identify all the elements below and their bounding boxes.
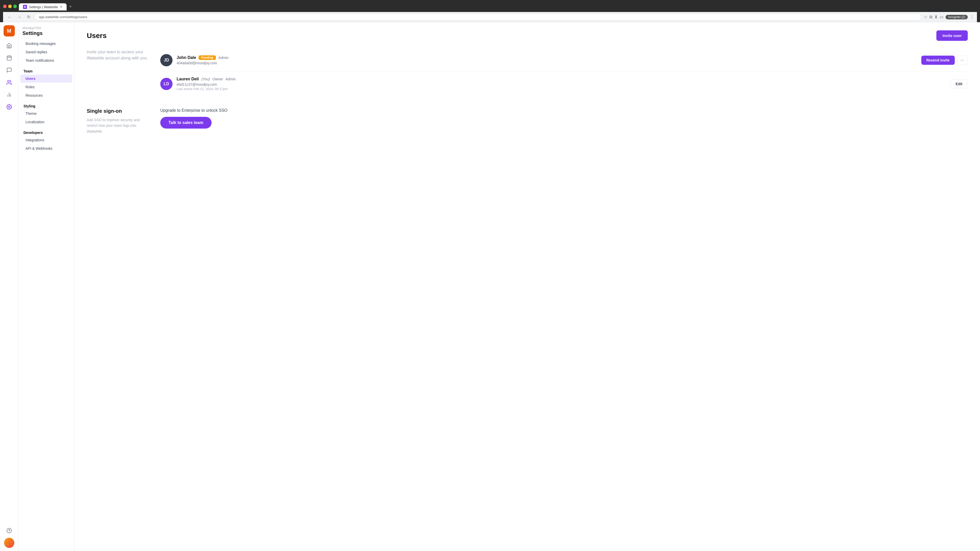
left-nav: M: [0, 22, 18, 551]
nav-chat-icon[interactable]: [4, 65, 14, 75]
new-tab-button[interactable]: +: [67, 3, 74, 11]
nav-people-icon[interactable]: [4, 77, 14, 87]
back-button[interactable]: ←: [6, 14, 13, 21]
sidebar-item-integrations[interactable]: Integrations: [21, 136, 72, 144]
more-options-button[interactable]: ···: [957, 56, 968, 65]
status-badge: Pending: [199, 56, 216, 60]
user-last-active: Last active Feb 12, 2024, 09:17pm: [177, 87, 946, 91]
address-bar[interactable]: app.waitwhile.com/settings/users: [35, 14, 921, 21]
sidebar-item-localization[interactable]: Localization: [21, 118, 72, 126]
user-name: Lauren Deli: [177, 77, 199, 81]
browser-top-bar: M Settings | Waitwhile ✕ +: [3, 2, 977, 11]
browser-chrome: M Settings | Waitwhile ✕ + ← → ↻ app.wai…: [0, 0, 980, 22]
user-info: John Dale Pending Admin 404a6a0d@moodjoy…: [177, 56, 917, 65]
sidebar-item-users[interactable]: Users: [21, 75, 72, 83]
user-actions: Edit: [950, 79, 968, 88]
sidebar-item-saved-replies[interactable]: Saved replies: [21, 48, 72, 56]
bookmark-icon[interactable]: ☆: [924, 14, 928, 19]
sso-upgrade-text: Upgrade to Enterprise to unlock SSO: [160, 108, 968, 113]
sidebar-team-section: Team: [18, 67, 74, 74]
user-role: Admin: [226, 77, 236, 81]
nav-chart-icon[interactable]: [4, 89, 14, 100]
nav-home-icon[interactable]: [4, 41, 14, 51]
app-logo[interactable]: M: [3, 25, 15, 37]
sso-section: Single sign-on Add SSO to improve securi…: [87, 108, 968, 134]
sidebar-item-booking-messages[interactable]: Booking messages: [21, 40, 72, 48]
sidebar-settings-title: Settings: [22, 30, 70, 36]
avatar: LD: [160, 78, 172, 90]
sso-left: Single sign-on Add SSO to improve securi…: [87, 108, 148, 134]
users-section: Invite your team to access your Waitwhil…: [87, 49, 968, 96]
maximize-window-button[interactable]: [13, 5, 17, 8]
sidebar-item-theme[interactable]: Theme: [21, 110, 72, 118]
forward-button[interactable]: →: [16, 14, 23, 21]
user-you-label: (You): [201, 77, 210, 81]
tab-bar: M Settings | Waitwhile ✕ +: [19, 3, 74, 11]
main-content: Users Invite user Invite your team to ac…: [75, 22, 980, 551]
download-icon[interactable]: ⬇: [934, 14, 938, 19]
user-name-row: Lauren Deli (You) Owner Admin: [177, 77, 946, 81]
avatar: JD: [160, 54, 172, 66]
invite-user-button[interactable]: Invite user: [936, 30, 968, 41]
resend-invite-button[interactable]: Resend invite: [921, 56, 955, 65]
app-layout: M Moodjoy7434 Settings Book: [0, 22, 980, 551]
user-name-row: John Dale Pending Admin: [177, 56, 917, 60]
svg-point-4: [7, 80, 9, 82]
window-controls: [3, 5, 17, 8]
reload-button[interactable]: ↻: [25, 14, 32, 21]
user-email: ebd11c37@moodjoy.com: [177, 83, 946, 86]
users-list: JD John Dale Pending Admin 404a6a0d@mood…: [160, 49, 968, 96]
tab-favicon: M: [23, 5, 27, 9]
svg-point-8: [8, 106, 10, 108]
address-bar-row: ← → ↻ app.waitwhile.com/settings/users ☆…: [3, 12, 977, 22]
table-row: LD Lauren Deli (You) Owner Admin ebd11c3…: [160, 72, 968, 96]
address-bar-actions: ☆ ⧉ ⬇ ▭ Incognito (2) ⋮: [924, 14, 974, 19]
sso-right: Upgrade to Enterprise to unlock SSO Talk…: [160, 108, 968, 129]
close-window-button[interactable]: [3, 5, 6, 8]
user-info: Lauren Deli (You) Owner Admin ebd11c37@m…: [177, 77, 946, 91]
sidebar-developers-section: Developers: [18, 128, 74, 136]
svg-rect-0: [7, 56, 11, 60]
profile-icon[interactable]: ▭: [940, 14, 943, 19]
user-avatar-nav[interactable]: [4, 538, 14, 548]
active-tab[interactable]: M Settings | Waitwhile ✕: [19, 3, 67, 11]
tab-close-button[interactable]: ✕: [60, 5, 62, 9]
sidebar-styling-section: Styling: [18, 102, 74, 109]
edit-user-button[interactable]: Edit: [950, 79, 968, 88]
nav-settings-icon[interactable]: [4, 102, 14, 112]
table-row: JD John Dale Pending Admin 404a6a0d@mood…: [160, 49, 968, 72]
sidebar-item-api-webhooks[interactable]: API & Webhooks: [21, 144, 72, 152]
page-title: Users: [87, 32, 107, 40]
user-name: John Dale: [177, 56, 196, 60]
sso-title: Single sign-on: [87, 108, 148, 114]
sidebar-item-roles[interactable]: Roles: [21, 83, 72, 91]
sidebar-item-resources[interactable]: Resources: [21, 91, 72, 100]
account-name: Moodjoy7434: [22, 26, 70, 30]
incognito-badge: Incognito (2): [945, 15, 968, 19]
extensions-icon[interactable]: ⧉: [929, 15, 932, 19]
minimize-window-button[interactable]: [8, 5, 12, 8]
sidebar-item-team-notifications[interactable]: Team notifications: [21, 56, 72, 65]
user-owner-label: Owner: [213, 77, 223, 81]
users-description: Invite your team to access your Waitwhil…: [87, 49, 148, 61]
nav-help-icon[interactable]: [4, 526, 14, 536]
user-email: 404a6a0d@moodjoy.com: [177, 61, 917, 65]
talk-to-sales-button[interactable]: Talk to sales team: [160, 117, 212, 129]
user-actions: Resend invite ···: [921, 56, 968, 65]
menu-icon[interactable]: ⋮: [970, 14, 974, 19]
sso-description: Add SSO to improve security and restrict…: [87, 117, 148, 134]
page-header: Users Invite user: [87, 30, 968, 41]
user-role: Admin: [218, 56, 229, 60]
sidebar: Moodjoy7434 Settings Booking messages Sa…: [18, 22, 75, 551]
address-text: app.waitwhile.com/settings/users: [39, 15, 87, 19]
nav-calendar-icon[interactable]: [4, 53, 14, 63]
tab-title: Settings | Waitwhile: [29, 5, 58, 9]
sidebar-account: Moodjoy7434 Settings: [18, 26, 74, 39]
